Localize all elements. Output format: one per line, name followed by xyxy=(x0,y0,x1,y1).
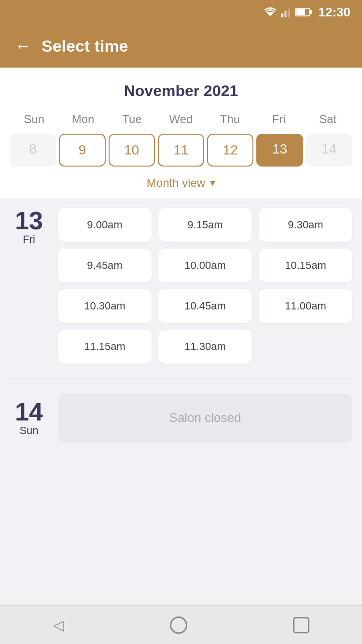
chevron-down-icon: ▾ xyxy=(210,177,215,189)
time-slot-1100[interactable]: 11.00am xyxy=(259,289,352,323)
month-label: November 2021 xyxy=(10,82,352,100)
salon-closed-label: Salon closed xyxy=(58,393,352,443)
svg-rect-3 xyxy=(288,9,290,17)
battery-icon xyxy=(295,7,313,17)
time-section: 13 Fri 9.00am 9.15am 9.30am 9.45am 10.00… xyxy=(0,198,362,605)
date-9[interactable]: 9 xyxy=(59,134,105,167)
time-slot-1045[interactable]: 10.45am xyxy=(158,289,252,323)
status-time: 12:30 xyxy=(319,5,351,20)
day-13-label: 13 Fri xyxy=(10,208,48,364)
back-button[interactable]: ← xyxy=(14,37,32,55)
svg-rect-2 xyxy=(284,11,287,17)
time-slot-915[interactable]: 9.15am xyxy=(158,208,252,242)
signal-icon xyxy=(281,7,292,17)
time-slot-1030[interactable]: 10.30am xyxy=(58,289,152,323)
date-11[interactable]: 11 xyxy=(158,134,204,167)
date-8[interactable]: 8 xyxy=(10,134,56,167)
nav-back-button[interactable]: ◁ xyxy=(53,616,64,633)
time-slot-1130[interactable]: 11.30am xyxy=(158,330,252,364)
svg-rect-5 xyxy=(310,10,312,14)
weekday-sat: Sat xyxy=(304,110,352,129)
day-14-number: 14 xyxy=(10,399,48,424)
time-slot-1115[interactable]: 11.15am xyxy=(58,330,152,364)
time-slot-900[interactable]: 9.00am xyxy=(58,208,152,242)
month-view-label: Month view xyxy=(147,176,205,190)
weekday-fri: Fri xyxy=(254,110,303,129)
svg-rect-1 xyxy=(281,14,283,17)
day-14-block: 14 Sun Salon closed xyxy=(10,393,352,443)
date-row: 8 9 10 11 12 13 14 xyxy=(10,134,352,167)
time-slot-1015[interactable]: 10.15am xyxy=(259,249,352,282)
status-bar: 12:30 xyxy=(0,0,362,24)
status-icons xyxy=(264,7,313,17)
time-grid-13: 9.00am 9.15am 9.30am 9.45am 10.00am 10.1… xyxy=(58,208,352,364)
day-14-label: 14 Sun xyxy=(10,399,48,437)
time-slot-1000[interactable]: 10.00am xyxy=(158,249,252,282)
month-view-toggle[interactable]: Month view ▾ xyxy=(10,167,352,198)
day-14-name: Sun xyxy=(10,424,48,437)
weekday-wed: Wed xyxy=(156,110,205,129)
date-10[interactable]: 10 xyxy=(109,134,155,167)
calendar-section: November 2021 Sun Mon Tue Wed Thu Fri Sa… xyxy=(0,68,362,198)
app-header: ← Select time xyxy=(0,24,362,68)
nav-recent-button[interactable] xyxy=(293,617,309,633)
day-13-block: 13 Fri 9.00am 9.15am 9.30am 9.45am 10.00… xyxy=(10,208,352,364)
weekday-mon: Mon xyxy=(58,110,107,129)
page-title: Select time xyxy=(42,37,128,56)
time-slot-945[interactable]: 9.45am xyxy=(58,249,152,282)
wifi-icon xyxy=(264,7,277,17)
time-slot-930[interactable]: 9.30am xyxy=(259,208,352,242)
date-12[interactable]: 12 xyxy=(207,134,253,167)
weekday-tue: Tue xyxy=(108,110,156,129)
svg-rect-6 xyxy=(296,9,305,15)
day-divider xyxy=(10,378,352,378)
bottom-nav: ◁ xyxy=(0,605,362,644)
day-13-number: 13 xyxy=(10,208,48,233)
weekday-thu: Thu xyxy=(206,110,254,129)
date-14[interactable]: 14 xyxy=(306,134,352,167)
svg-marker-0 xyxy=(266,12,274,16)
nav-home-button[interactable] xyxy=(170,616,187,634)
date-13[interactable]: 13 xyxy=(256,134,303,167)
day-13-name: Fri xyxy=(10,233,48,246)
weekday-row: Sun Mon Tue Wed Thu Fri Sat xyxy=(10,110,352,129)
weekday-sun: Sun xyxy=(10,110,58,129)
